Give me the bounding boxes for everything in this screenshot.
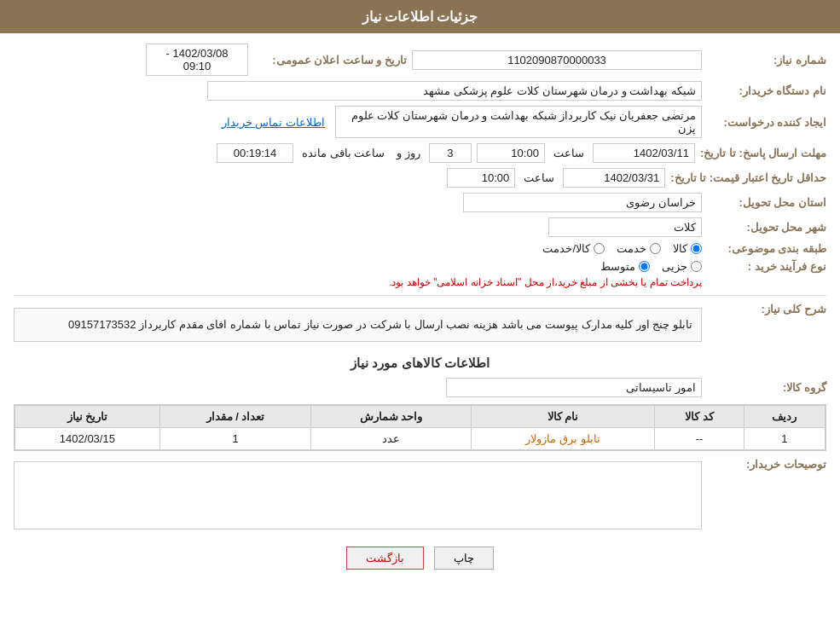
tarikh-irsal-row: مهلت ارسال پاسخ: تا تاریخ: 1402/03/11 سا… [14,143,826,163]
tabaghebandi-label: طبقه بندی موضوعی: [707,242,826,255]
taarikh-elan-value: 1402/03/08 - 09:10 [146,43,248,76]
noe-faraind-note: پرداخت تمام یا بخشی از مبلغ خرید،از محل … [389,276,702,288]
noe-faraind-label: نوع فرآیند خرید : [707,260,826,273]
radio-jozi-item[interactable]: جزیی [662,260,702,273]
tozihat-textarea[interactable] [14,461,702,530]
radio-khedmat-item[interactable]: خدمت [617,242,661,255]
cell-nam: تابلو برق مازولار [471,428,655,450]
nam-dastgah-row: نام دستگاه خریدار: شبکه بهداشت و درمان ش… [14,81,826,101]
shomare-niaz-row: شماره نیاز: 1102090870000033 تاریخ و ساع… [14,43,826,76]
tozihat-label: توصیحات خریدار: [707,458,826,471]
shomare-niaz-label: شماره نیاز: [707,54,826,67]
estan-row: استان محل تحویل: خراسان رضوی [14,193,826,212]
col-tedad: تعداد / مقدار [159,406,311,428]
taarikh-elan-label: تاریخ و ساعت اعلان عمومی: [253,54,407,67]
radio-motavasset-label: متوسط [600,260,635,273]
nam-dastgah-label: نام دستگاه خریدار: [707,84,826,97]
col-vahed: واحد شمارش [311,406,471,428]
radio-khedmat-input[interactable] [650,243,661,254]
ijad-konande-label: ایجاد کننده درخواست: [707,116,826,129]
radio-motavasset-input[interactable] [639,261,650,272]
sharh-kolli-label: شرح کلی نیاز: [707,303,826,315]
tarikh-irsal-saat: 10:00 [477,143,545,163]
col-radif: ردیف [744,406,825,428]
cell-tedad: 1 [159,428,311,450]
col-nam-kala: نام کالا [471,406,655,428]
col-kod-kala: کد کالا [655,406,744,428]
saat-label2: ساعت [524,171,554,184]
table-body: 1--تابلو برق مازولارعدد11402/03/15 [15,428,826,450]
table-row: 1--تابلو برق مازولارعدد11402/03/15 [15,428,826,450]
ijad-konande-value: مرتضی جعفریان نیک کاربرداز شبکه بهداشت و… [335,106,702,138]
shomare-niaz-value: 1102090870000033 [412,50,702,70]
rooz-value: 3 [429,143,472,163]
page-title: جزئیات اطلاعات نیاز [362,9,478,24]
table-header-row: ردیف کد کالا نام کالا واحد شمارش تعداد /… [15,406,826,428]
saat-label: ساعت [553,147,584,159]
shahr-row: شهر محل تحویل: کلات [14,217,826,237]
print-button[interactable]: چاپ [434,547,494,570]
page-header: جزئیات اطلاعات نیاز [0,0,840,33]
estan-label: استان محل تحویل: [707,196,826,209]
rooz-label: روز و [397,147,420,159]
shahr-value: کلات [548,217,702,237]
tabaghebandi-row: طبقه بندی موضوعی: کالا خدمت کالا/خدمت [14,242,826,255]
cell-tarikh: 1402/03/15 [15,428,160,450]
baghimande-saat-label: ساعت باقی مانده [302,147,385,159]
shahr-label: شهر محل تحویل: [707,221,826,234]
tozihat-row: توصیحات خریدار: [14,458,826,533]
radio-kala-khedmat-item[interactable]: کالا/خدمت [542,242,605,255]
col-tarikh: تاریخ نیاز [15,406,160,428]
kalaha-title: اطلاعات کالاهای مورد نیاز [14,356,826,371]
radio-motavasset-item[interactable]: متوسط [600,260,650,273]
tabaghebandi-radio-group: کالا خدمت کالا/خدمت [542,242,702,255]
estan-value: خراسان رضوی [463,193,702,212]
radio-khedmat-label: خدمت [617,242,646,255]
baghimande-value: 00:19:14 [217,143,293,163]
radio-kala-khedmat-input[interactable] [594,243,605,254]
garoh-kala-row: گروه کالا: امور تاسیساتی [14,378,826,397]
hadaqal-tarikh-row: حداقل تاریخ اعتبار قیمت: تا تاریخ: 1402/… [14,168,826,188]
ijad-konande-row: ایجاد کننده درخواست: مرتضی جعفریان نیک ک… [14,106,826,138]
sharh-kolli-row: شرح کلی نیاز: تابلو چنج اور کلیه مدارک پ… [14,303,826,347]
nam-dastgah-value: شبکه بهداشت و درمان شهرستان کلات علوم پز… [207,81,702,101]
hadaqal-tarikh-label: حداقل تاریخ اعتبار قیمت: تا تاریخ: [670,171,826,184]
kala-table-wrapper: ردیف کد کالا نام کالا واحد شمارش تعداد /… [14,404,826,451]
hadaqal-saat: 10:00 [447,168,515,188]
garoh-kala-label: گروه کالا: [707,381,826,394]
cell-vahed: عدد [311,428,471,450]
kala-table: ردیف کد کالا نام کالا واحد شمارش تعداد /… [14,405,826,450]
radio-kala-khedmat-label: کالا/خدمت [542,242,590,255]
cell-kod: -- [655,428,744,450]
tarikh-irsal-label: مهلت ارسال پاسخ: تا تاریخ: [700,147,826,159]
noe-faraind-row: نوع فرآیند خرید : جزیی متوسط پرداخت تمام… [14,260,826,288]
noe-faraind-radio-group: جزیی متوسط [389,260,702,273]
cell-radif: 1 [744,428,825,450]
radio-jozi-label: جزیی [662,260,687,273]
back-button[interactable]: بازگشت [346,547,424,570]
radio-kala-label: کالا [673,242,687,255]
table-head: ردیف کد کالا نام کالا واحد شمارش تعداد /… [15,406,826,428]
radio-kala-item[interactable]: کالا [673,242,702,255]
garoh-kala-value: امور تاسیساتی [446,378,702,397]
radio-kala-input[interactable] [691,243,702,254]
hadaqal-date: 1402/03/31 [563,168,665,188]
sharh-kolli-value: تابلو چنج اور کلیه مدارک پیوست می باشد ه… [14,308,702,342]
contact-info-link[interactable]: اطلاعات تماس خریدار [222,116,325,129]
tarikh-irsal-date: 1402/03/11 [593,143,695,163]
footer-buttons: چاپ بازگشت [14,533,826,578]
radio-jozi-input[interactable] [691,261,702,272]
